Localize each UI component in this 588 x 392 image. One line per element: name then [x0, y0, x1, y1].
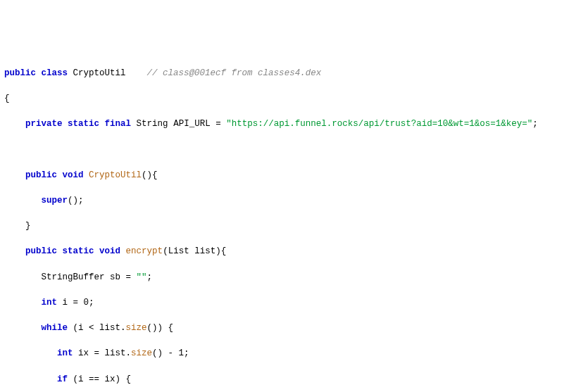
punct: (); [68, 196, 84, 206]
keyword-int: int [57, 348, 73, 358]
type: String [137, 119, 168, 129]
keyword-void: void [63, 170, 84, 180]
punct: ; [532, 119, 538, 129]
brace: } [25, 221, 31, 231]
comment: // class@001ecf from classes4.dex [147, 68, 322, 78]
code-line: public void CryptoUtil(){ [4, 169, 584, 182]
keyword-public: public [4, 68, 36, 78]
code-line: private static final String API_URL = "h… [4, 118, 584, 130]
method-name: CryptoUtil [89, 170, 142, 180]
punct: ()) { [147, 323, 174, 333]
punct: = [211, 119, 227, 129]
punct: () - 1; [152, 348, 189, 358]
string-literal: "https://api.funnel.rocks/api/trust?aid=… [226, 119, 532, 129]
punct: (){ [142, 170, 158, 180]
punct: (List list){ [163, 246, 226, 256]
code-line: int i = 0; [4, 296, 584, 309]
code-viewer: public class CryptoUtil // class@001ecf … [4, 54, 584, 393]
method-name: encrypt [126, 246, 163, 256]
punct: ; [147, 272, 153, 282]
method-call: size [126, 323, 147, 333]
code-line: while (i < list.size()) { [4, 322, 584, 334]
code-line: public static void encrypt(List list){ [4, 245, 584, 258]
keyword-int: int [42, 298, 58, 308]
class-name: CryptoUtil [73, 68, 126, 78]
keyword-private: private [25, 119, 63, 129]
keyword-if: if [57, 374, 68, 384]
keyword-super: super [42, 196, 68, 206]
code-text: (i < list. [68, 323, 126, 333]
code-line: { [4, 92, 584, 105]
brace: { [4, 94, 10, 103]
code-line: int ix = list.size() - 1; [4, 347, 584, 360]
keyword-while: while [42, 323, 68, 333]
code-line: public class CryptoUtil // class@001ecf … [4, 67, 584, 80]
var-name: API_URL [173, 119, 211, 129]
code-line: super(); [4, 194, 584, 207]
keyword-void: void [99, 246, 120, 256]
code-text: StringBuffer sb = [42, 272, 137, 282]
code-line: StringBuffer sb = ""; [4, 271, 584, 284]
keyword-public: public [25, 170, 57, 180]
keyword-static: static [63, 246, 94, 256]
string-literal: "" [137, 272, 147, 282]
method-call: size [131, 348, 152, 358]
keyword-final: final [105, 119, 132, 129]
punct: (i == ix) { [68, 374, 131, 384]
code-text: i = 0; [57, 298, 94, 308]
code-line [4, 143, 584, 156]
code-line: } [4, 220, 584, 232]
keyword-class: class [42, 68, 68, 78]
keyword-public: public [25, 246, 57, 256]
code-text: ix = list. [73, 348, 132, 358]
keyword-static: static [68, 119, 99, 129]
code-line: if (i == ix) { [4, 373, 584, 386]
